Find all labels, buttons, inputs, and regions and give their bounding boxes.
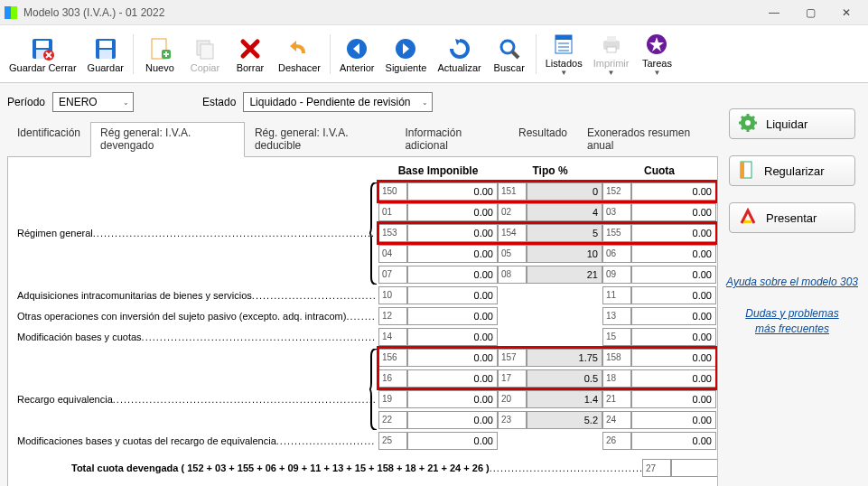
base-input[interactable]: 0.00: [407, 411, 498, 429]
svg-rect-7: [99, 41, 112, 48]
maximize-button[interactable]: ▢: [792, 2, 828, 23]
chevron-down-icon: ⌄: [415, 98, 428, 107]
prev-button[interactable]: Anterior: [334, 28, 380, 80]
titlebar: Modelo 303 (I.V.A.) - 01 2022 — ▢ ✕: [0, 0, 868, 25]
tab-info-adicional[interactable]: Información adicional: [395, 122, 509, 157]
cuota-input[interactable]: 0.00: [631, 369, 716, 388]
tipo-input[interactable]: 4: [527, 203, 602, 221]
close-button[interactable]: ✕: [828, 2, 864, 23]
svg-line-33: [751, 126, 754, 129]
new-icon: [145, 35, 174, 62]
faq-link[interactable]: Dudas y problemas más frecuentes: [745, 306, 838, 337]
data-row: 156 0.00 157 1.75 158 0.00: [17, 347, 708, 368]
base-input[interactable]: 0.00: [407, 349, 498, 367]
base-input[interactable]: 0.00: [407, 286, 498, 304]
tipo-input[interactable]: 0: [527, 182, 602, 201]
tipo-input[interactable]: 5: [527, 224, 602, 242]
tipo-input[interactable]: 21: [527, 266, 602, 284]
header-base: Base Imponible: [378, 164, 498, 177]
tab-resultado[interactable]: Resultado: [509, 122, 577, 157]
cuota-input[interactable]: 0.00: [631, 349, 716, 367]
cuota-input[interactable]: 0.00: [631, 286, 716, 304]
regularizar-button[interactable]: Regularizar: [729, 155, 855, 186]
tab-exonerados[interactable]: Exonerados resumen anual: [577, 122, 718, 157]
cuota-input[interactable]: 0.00: [631, 266, 716, 284]
data-row: Otras operaciones con inversión del suje…: [17, 305, 708, 326]
base-input[interactable]: 0.00: [407, 432, 498, 450]
cell-num: 17: [498, 369, 527, 388]
base-input[interactable]: 0.00: [407, 369, 498, 388]
prev-label: Anterior: [340, 62, 375, 73]
lists-button[interactable]: Listados ▼: [540, 28, 588, 80]
chevron-down-icon: ⌄: [116, 98, 129, 107]
cell-num: 22: [378, 411, 407, 429]
help-link[interactable]: Ayuda sobre el modelo 303: [726, 275, 858, 290]
bracket-icon: [369, 349, 378, 430]
print-label: Imprimir: [593, 58, 630, 69]
delete-label: Borrar: [237, 62, 265, 73]
save-button[interactable]: Guardar: [82, 28, 129, 80]
data-row: Adquisiciones intracomunitarias de biene…: [17, 285, 708, 305]
cuota-input[interactable]: 0.00: [631, 224, 716, 242]
cuota-input[interactable]: 0.00: [631, 182, 716, 201]
cell-num: 02: [498, 203, 527, 221]
new-button[interactable]: Nuevo: [137, 28, 182, 80]
cuota-input[interactable]: 0.00: [631, 328, 716, 346]
svg-rect-23: [607, 36, 616, 42]
cuota-input[interactable]: 0.00: [631, 245, 716, 263]
tipo-input[interactable]: 1.75: [527, 349, 602, 367]
state-combo[interactable]: Liquidado - Pendiente de revisión ⌄: [243, 92, 433, 112]
save-close-button[interactable]: Guardar Cerrar: [4, 28, 82, 80]
tipo-input[interactable]: 0.5: [527, 369, 602, 388]
tipo-input[interactable]: 10: [527, 245, 602, 263]
refresh-label: Actualizar: [437, 62, 481, 73]
state-value: Liquidado - Pendiente de revisión: [249, 96, 410, 108]
base-input[interactable]: 0.00: [407, 182, 498, 201]
tab-panel: Base Imponible Tipo % Cuota 150 0.00 151: [7, 157, 718, 486]
cell-num: 07: [378, 266, 407, 284]
copy-button[interactable]: Copiar: [182, 28, 228, 80]
data-row: 150 0.00 151 0 152 0.00: [17, 181, 708, 201]
base-input[interactable]: 0.00: [407, 307, 498, 325]
delete-button[interactable]: Borrar: [228, 28, 273, 80]
cuota-input[interactable]: 0.00: [631, 307, 716, 325]
base-input[interactable]: 0.00: [407, 390, 498, 408]
base-input[interactable]: 0.00: [407, 328, 498, 346]
row-label: Adquisiciones intracomunitarias de biene…: [17, 290, 252, 301]
tipo-input[interactable]: 5.2: [527, 411, 602, 429]
next-button[interactable]: Siguiente: [380, 28, 433, 80]
cell-num: 18: [602, 369, 631, 388]
search-label: Buscar: [494, 62, 525, 73]
tab-reg-devengado[interactable]: Rég general: I.V.A. devengado: [90, 122, 245, 157]
base-input[interactable]: 0.00: [407, 266, 498, 284]
cell-num: 26: [602, 432, 631, 450]
cuota-input[interactable]: 0.00: [631, 390, 716, 408]
cell-num: 16: [378, 369, 407, 388]
base-input[interactable]: 0.00: [407, 245, 498, 263]
search-button[interactable]: Buscar: [487, 28, 532, 80]
svg-line-35: [751, 117, 754, 119]
tab-reg-deducible[interactable]: Rég. general: I.V.A. deducible: [245, 122, 396, 157]
cuota-input[interactable]: 0.00: [631, 432, 716, 450]
base-input[interactable]: 0.00: [407, 203, 498, 221]
total-value: 0.00: [671, 459, 718, 477]
undo-button[interactable]: Deshacer: [273, 28, 326, 80]
cell-num: 15: [602, 328, 631, 346]
refresh-button[interactable]: Actualizar: [432, 28, 486, 80]
presentar-button[interactable]: Presentar: [729, 202, 855, 233]
row-label: Régimen general: [17, 228, 93, 238]
tab-identificacion[interactable]: Identificación: [7, 122, 90, 157]
svg-rect-24: [607, 47, 616, 52]
state-label: Estado: [202, 96, 236, 108]
minimize-button[interactable]: —: [756, 2, 792, 23]
liquidar-button[interactable]: Liquidar: [729, 108, 855, 139]
base-input[interactable]: 0.00: [407, 224, 498, 242]
cuota-input[interactable]: 0.00: [631, 203, 716, 221]
tasks-button[interactable]: Tareas ▼: [634, 28, 679, 80]
prev-icon: [342, 35, 371, 62]
cell-num: 152: [602, 182, 631, 201]
tipo-input[interactable]: 1.4: [527, 390, 602, 408]
cuota-input[interactable]: 0.00: [631, 411, 716, 429]
period-combo[interactable]: ENERO ⌄: [52, 92, 134, 112]
print-button[interactable]: Imprimir ▼: [588, 28, 635, 80]
